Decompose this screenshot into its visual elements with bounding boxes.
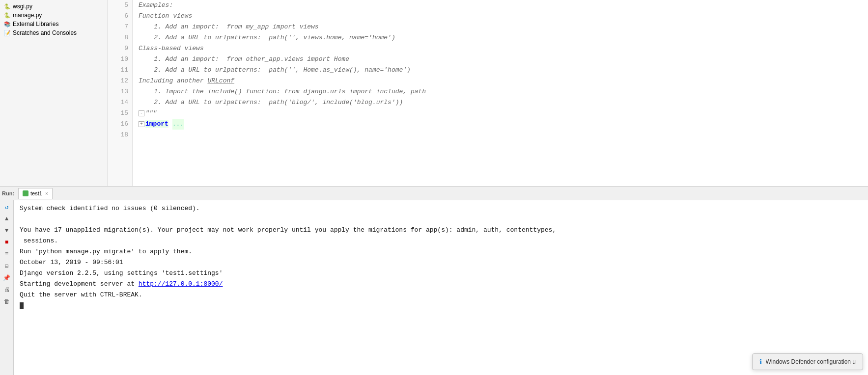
run-body: ↺ ▲ ▼ ■ ≡ ⊟ 📌 🖨 🗑 System check identifie…: [0, 200, 868, 375]
code-line-14: 2. Add a URL to urlpatterns: path('blog/…: [139, 97, 862, 108]
run-tab-label: test1: [30, 190, 42, 196]
code-line-16: + import ...: [139, 119, 862, 130]
console-line-cursor: [20, 300, 862, 311]
console-line-4: sessions.: [20, 236, 862, 246]
pin-button[interactable]: 📌: [2, 273, 12, 283]
scroll-up-button[interactable]: ▲: [2, 214, 12, 224]
delete-button[interactable]: 🗑: [2, 296, 12, 306]
rerun-button[interactable]: ↺: [2, 202, 12, 212]
sidebar-label-wsgi: wsgi.py: [13, 3, 32, 10]
print-button[interactable]: 🖨: [2, 285, 12, 295]
sidebar-item-external-libs[interactable]: 📚 External Libraries: [0, 20, 108, 28]
console-line-6: October 13, 2019 - 09:56:01: [20, 257, 862, 268]
console-line-2: [20, 214, 862, 225]
folder-icon-external: 📚: [4, 21, 11, 27]
console-line-8: Starting development server at http://12…: [20, 279, 862, 290]
console-line-9: Quit the server with CTRL-BREAK.: [20, 290, 862, 300]
run-tab-icon: [23, 190, 28, 196]
code-line-9: Class-based views: [139, 43, 862, 54]
sidebar-label-manage: manage.py: [13, 12, 42, 19]
stop-button[interactable]: ■: [2, 238, 12, 247]
console-line-1: System check identified no issues (0 sil…: [20, 203, 862, 214]
filter-button[interactable]: ⊟: [2, 261, 12, 271]
run-tab-close[interactable]: ×: [45, 191, 48, 196]
code-editor: 5 6 7 8 9 10 11 12 13 14 15 16 18 Exampl…: [108, 0, 868, 186]
run-panel: Run: test1 × ↺ ▲ ▼ ■ ≡ ⊟ 📌 🖨 🗑 System ch…: [0, 187, 868, 375]
code-lines: Examples: Function views 1. Add an impor…: [133, 0, 868, 186]
sidebar-label-external: External Libraries: [13, 21, 58, 27]
line-numbers: 5 6 7 8 9 10 11 12 13 14 15 16 18: [108, 0, 133, 186]
run-label: Run:: [2, 190, 14, 196]
top-area: 🐍 wsgi.py 🐍 manage.py 📚 External Librari…: [0, 0, 868, 187]
sidebar-item-wsgi[interactable]: 🐍 wsgi.py: [0, 2, 108, 11]
toast-text: Windows Defender configuration u: [766, 358, 856, 365]
toast-info-icon: ℹ: [759, 358, 762, 366]
code-line-18: [139, 130, 862, 140]
code-line-5: Examples:: [139, 0, 862, 11]
fold-icon-16[interactable]: +: [139, 121, 144, 127]
scroll-down-button[interactable]: ▼: [2, 226, 12, 236]
settings-button[interactable]: ≡: [2, 249, 12, 259]
file-icon-manage: 🐍: [4, 12, 11, 19]
code-line-15: - """: [139, 108, 862, 119]
code-line-10: 1. Add an import: from other_app.views i…: [139, 54, 862, 65]
sidebar: 🐍 wsgi.py 🐍 manage.py 📚 External Librari…: [0, 0, 108, 186]
file-icon-wsgi: 🐍: [4, 3, 11, 10]
console-line-3: You have 17 unapplied migration(s). Your…: [20, 225, 862, 236]
sidebar-item-manage[interactable]: 🐍 manage.py: [0, 11, 108, 20]
code-line-7: 1. Add an import: from my_app import vie…: [139, 22, 862, 32]
dev-server-link[interactable]: http://127.0.0.1:8000/: [139, 280, 223, 288]
console-line-7: Django version 2.2.5, using settings 'te…: [20, 268, 862, 279]
cursor: [20, 302, 24, 309]
folder-icon-scratches: 📝: [4, 30, 11, 36]
code-line-11: 2. Add a URL to urlpatterns: path('', Ho…: [139, 65, 862, 76]
run-tabbar: Run: test1 ×: [0, 187, 868, 200]
code-line-6: Function views: [139, 11, 862, 22]
sidebar-label-scratches: Scratches and Consoles: [13, 29, 77, 36]
fold-icon-15[interactable]: -: [139, 110, 144, 116]
run-toolbar: ↺ ▲ ▼ ■ ≡ ⊟ 📌 🖨 🗑: [0, 200, 14, 375]
run-tab-test1[interactable]: test1 ×: [18, 188, 53, 199]
sidebar-item-scratches[interactable]: 📝 Scratches and Consoles: [0, 28, 108, 37]
notification-toast[interactable]: ℹ Windows Defender configuration u: [752, 353, 863, 370]
code-line-13: 1. Import the include() function: from d…: [139, 86, 862, 97]
console-output: System check identified no issues (0 sil…: [14, 200, 868, 375]
code-line-12: Including another URLconf: [139, 76, 862, 86]
console-line-5: Run 'python manage.py migrate' to apply …: [20, 246, 862, 257]
code-line-8: 2. Add a URL to urlpatterns: path('', vi…: [139, 32, 862, 43]
